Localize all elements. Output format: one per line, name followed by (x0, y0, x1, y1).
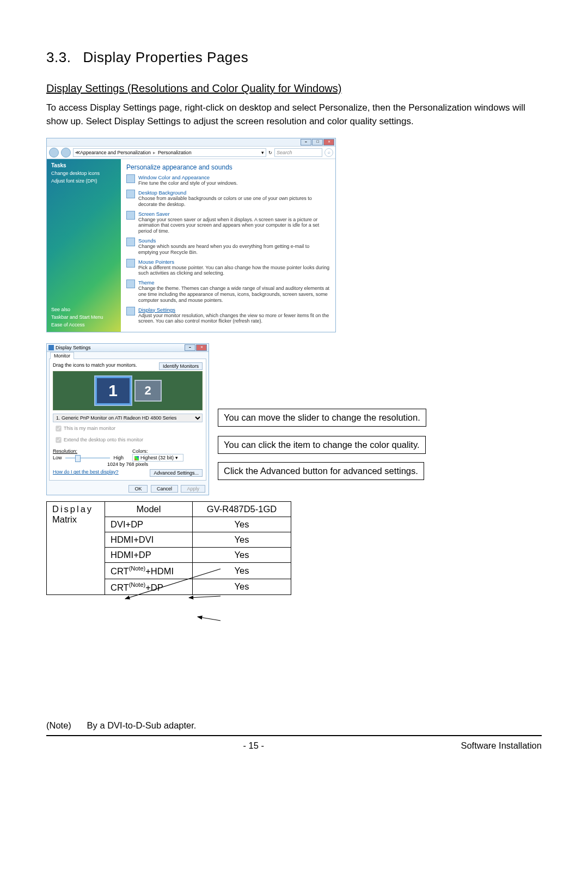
col-model: Model (105, 502, 193, 517)
color-icon (126, 174, 135, 183)
item-theme: ThemeChange the theme. Themes can change… (126, 280, 330, 303)
personalize-heading: Personalize appearance and sounds (126, 163, 330, 171)
drag-hint: Drag the icons to match your monitors. (53, 362, 137, 368)
table-row: Display Matrix Model GV-R487D5-1GD (47, 502, 291, 517)
link-adjust-font-size[interactable]: Adjust font size (DPI) (51, 178, 117, 184)
item-mouse-pointers: Mouse PointersPick a different mouse poi… (126, 259, 330, 277)
footer-section: Software Installation (461, 741, 542, 751)
resolution-label: Resolution: (53, 448, 77, 454)
tab-monitor[interactable]: Monitor (50, 352, 74, 359)
item-desktop-background: Desktop BackgroundChoose from available … (126, 190, 330, 208)
display-matrix-table: Display Matrix Model GV-R487D5-1GD DVI+D… (46, 501, 291, 595)
checkbox-extend-desktop (56, 438, 61, 443)
item-sounds: SoundsChange which sounds are heard when… (126, 238, 330, 256)
minimize-button[interactable]: ‒ (185, 344, 195, 351)
colors-label: Colors: (132, 448, 148, 454)
close-button[interactable]: ✕ (196, 344, 207, 351)
advanced-settings-button[interactable]: Advanced Settings... (150, 469, 203, 477)
monitor-1[interactable]: 1 (95, 377, 131, 405)
col-gv: GV-R487D5-1GD (193, 502, 291, 517)
callout-advanced: Click the Advanced button for advanced s… (218, 462, 424, 480)
forward-button[interactable] (61, 148, 71, 157)
resolution-value: 1024 by 768 pixels (53, 462, 203, 467)
link-taskbar-start-menu[interactable]: Taskbar and Start Menu (51, 314, 103, 320)
maximize-button[interactable]: ☐ (312, 139, 323, 145)
footer-rule (46, 735, 542, 736)
page-number: - 15 - (243, 741, 264, 751)
extend-desktop-label: Extend the desktop onto this monitor (64, 437, 143, 442)
section-title: Display Properties Pages (83, 49, 248, 65)
theme-icon (126, 280, 135, 288)
section-number: 3.3. (46, 49, 71, 66)
minimize-button[interactable]: ‒ (301, 139, 311, 145)
slider-thumb[interactable] (75, 455, 81, 462)
main-monitor-label: This is my main monitor (64, 426, 115, 431)
item-display-settings: Display SettingsAdjust your monitor reso… (126, 307, 330, 325)
callout-color-quality: You can click the item to change the col… (218, 436, 426, 454)
breadcrumb[interactable]: ≪ Appearance and Personalization ▸ Perso… (73, 148, 266, 157)
color-quality-select[interactable]: Highest (32 bit) ▾ (132, 454, 183, 462)
crumb-a: Appearance and Personalization (80, 150, 151, 155)
matrix-title-cell: Display Matrix (47, 502, 105, 595)
close-button[interactable]: ✕ (323, 139, 334, 145)
link-ease-of-access[interactable]: Ease of Access (51, 322, 103, 327)
dialog-buttons: OK Cancel Apply (47, 483, 209, 495)
section-heading: 3.3.Display Properties Pages (46, 49, 542, 66)
screensaver-icon (126, 211, 135, 220)
display-icon (126, 307, 135, 315)
link-window-color[interactable]: Window Color and Appearance (138, 174, 210, 180)
link-display-settings[interactable]: Display Settings (138, 307, 175, 313)
monitor-icon (48, 345, 54, 350)
link-theme[interactable]: Theme (138, 280, 155, 286)
see-also-heading: See also (51, 307, 103, 312)
back-button[interactable] (49, 148, 59, 157)
background-icon (126, 190, 135, 198)
cancel-button[interactable]: Cancel (151, 485, 178, 493)
note: (Note) By a DVI-to-D-Sub adapter. (46, 720, 542, 731)
body-paragraph: To access Display Settings page, right-c… (46, 101, 542, 128)
apply-button[interactable]: Apply (181, 485, 205, 493)
link-desktop-background[interactable]: Desktop Background (138, 190, 186, 196)
svg-line-1 (189, 596, 220, 598)
link-mouse-pointers[interactable]: Mouse Pointers (138, 259, 174, 265)
tasks-sidebar: Tasks Change desktop icons Adjust font s… (47, 159, 121, 332)
link-screen-saver[interactable]: Screen Saver (138, 211, 170, 217)
link-sounds[interactable]: Sounds (138, 238, 156, 244)
ds-titlebar: Display Settings ‒ ✕ (47, 344, 209, 352)
crumb-b: Personalization (158, 150, 192, 155)
ok-button[interactable]: OK (128, 485, 148, 493)
svg-line-2 (198, 617, 220, 621)
resolution-slider[interactable]: Low High (53, 455, 124, 460)
footer: - 15 - Software Installation (46, 741, 542, 767)
ds-tabs: Monitor (47, 352, 209, 359)
item-screen-saver: Screen SaverChange your screen saver or … (126, 211, 330, 234)
search-input[interactable]: Search (274, 148, 322, 157)
help-link[interactable]: How do I get the best display? (53, 469, 119, 475)
monitor-select[interactable]: 1. Generic PnP Monitor on ATI Radeon HD … (53, 414, 203, 422)
monitor-arrangement[interactable]: 1 2 (53, 371, 203, 410)
see-also-block: See also Taskbar and Start Menu Ease of … (51, 307, 103, 327)
monitor-2[interactable]: 2 (136, 381, 161, 400)
address-bar: ≪ Appearance and Personalization ▸ Perso… (47, 146, 335, 159)
personalization-window: ‒ ☐ ✕ ≪ Appearance and Personalization ▸… (46, 138, 336, 332)
subsection-title: Display Settings (Resolutions and Color … (46, 82, 542, 95)
display-settings-window: Display Settings ‒ ✕ Monitor Drag the ic… (46, 343, 209, 495)
link-change-desktop-icons[interactable]: Change desktop icons (51, 171, 117, 176)
mouse-icon (126, 259, 135, 268)
tasks-heading: Tasks (51, 162, 117, 168)
note-label: (Note) (46, 720, 84, 731)
identify-monitors-button[interactable]: Identify Monitors (159, 362, 203, 370)
search-icon[interactable]: ⌕ (324, 148, 333, 157)
ds-title: Display Settings (56, 345, 91, 350)
checkbox-main-monitor (56, 426, 61, 432)
item-window-color: Window Color and AppearanceFine tune the… (126, 174, 330, 186)
note-text: By a DVI-to-D-Sub adapter. (87, 720, 197, 730)
callout-resolution: You can move the slider to change the re… (218, 409, 426, 427)
personalize-content: Personalize appearance and sounds Window… (121, 159, 335, 332)
window-titlebar: ‒ ☐ ✕ (47, 138, 335, 146)
sounds-icon (126, 238, 135, 246)
